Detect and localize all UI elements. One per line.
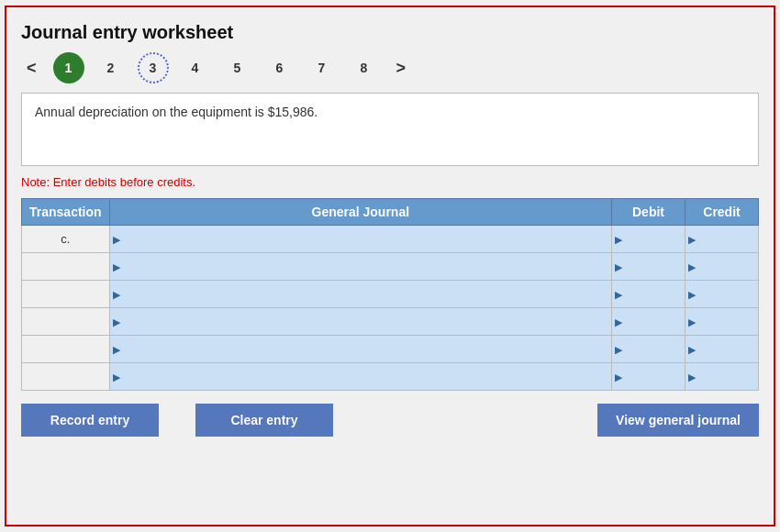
cell-debit[interactable] (612, 336, 685, 363)
cell-journal[interactable] (109, 363, 611, 391)
description-box: Annual depreciation on the equipment is … (21, 93, 759, 166)
debit-input[interactable] (612, 226, 685, 252)
cell-debit[interactable] (612, 226, 685, 253)
debit-input[interactable] (612, 336, 685, 362)
page-4[interactable]: 4 (180, 52, 211, 83)
cell-journal[interactable] (109, 226, 611, 253)
cell-journal[interactable] (109, 281, 611, 308)
col-header-general-journal: General Journal (109, 199, 611, 226)
cell-debit[interactable] (612, 363, 685, 391)
table-row (22, 336, 759, 363)
col-header-debit: Debit (612, 199, 685, 226)
page-1[interactable]: 1 (53, 52, 84, 83)
cell-debit[interactable] (612, 253, 685, 281)
main-window: Journal entry worksheet < 1 2 3 4 5 6 7 … (5, 6, 775, 526)
journal-input[interactable] (110, 336, 611, 362)
page-2[interactable]: 2 (95, 52, 127, 83)
view-general-journal-button[interactable]: View general journal (597, 404, 759, 437)
prev-button[interactable]: < (21, 57, 42, 80)
credit-input[interactable] (685, 336, 758, 362)
credit-input[interactable] (685, 308, 758, 335)
journal-table: Transaction General Journal Debit Credit… (21, 198, 759, 391)
cell-debit[interactable] (612, 308, 685, 336)
cell-transaction (22, 281, 110, 308)
cell-journal[interactable] (109, 253, 611, 281)
next-button[interactable]: > (391, 57, 412, 80)
journal-input[interactable] (110, 363, 611, 390)
description-text: Annual depreciation on the equipment is … (35, 105, 318, 119)
page-8[interactable]: 8 (349, 52, 380, 83)
table-row (22, 308, 759, 336)
cell-transaction (22, 336, 110, 363)
cell-credit[interactable] (685, 253, 759, 281)
col-header-credit: Credit (685, 199, 759, 226)
page-6[interactable]: 6 (264, 52, 295, 83)
cell-credit[interactable] (685, 281, 759, 308)
debit-input[interactable] (612, 253, 685, 280)
table-row (22, 253, 759, 281)
cell-journal[interactable] (109, 336, 611, 363)
page-5[interactable]: 5 (222, 52, 253, 83)
col-header-transaction: Transaction (22, 199, 110, 226)
cell-journal[interactable] (109, 308, 611, 336)
cell-transaction (22, 253, 110, 281)
record-entry-button[interactable]: Record entry (21, 404, 159, 437)
cell-transaction: c. (22, 226, 110, 253)
cell-transaction (22, 363, 110, 391)
page-7[interactable]: 7 (306, 52, 338, 83)
credit-input[interactable] (685, 363, 758, 390)
table-row (22, 363, 759, 391)
journal-input[interactable] (110, 226, 611, 252)
credit-input[interactable] (685, 226, 758, 252)
pagination-bar: < 1 2 3 4 5 6 7 8 > (21, 52, 759, 83)
credit-input[interactable] (685, 253, 758, 280)
journal-input[interactable] (110, 253, 611, 280)
page-3[interactable]: 3 (138, 52, 169, 83)
debit-input[interactable] (612, 363, 685, 390)
credit-input[interactable] (685, 281, 758, 307)
note-text: Note: Enter debits before credits. (21, 175, 759, 189)
cell-credit[interactable] (685, 226, 759, 253)
journal-input[interactable] (110, 308, 611, 335)
cell-credit[interactable] (685, 336, 759, 363)
table-row: c. (22, 226, 759, 253)
page-title: Journal entry worksheet (21, 22, 759, 43)
clear-entry-button[interactable]: Clear entry (195, 404, 333, 437)
debit-input[interactable] (612, 281, 685, 307)
cell-credit[interactable] (685, 308, 759, 336)
cell-credit[interactable] (685, 363, 759, 391)
cell-debit[interactable] (612, 281, 685, 308)
journal-input[interactable] (110, 281, 611, 307)
debit-input[interactable] (612, 308, 685, 335)
buttons-row: Record entry Clear entry View general jo… (21, 404, 759, 437)
table-row (22, 281, 759, 308)
cell-transaction (22, 308, 110, 336)
